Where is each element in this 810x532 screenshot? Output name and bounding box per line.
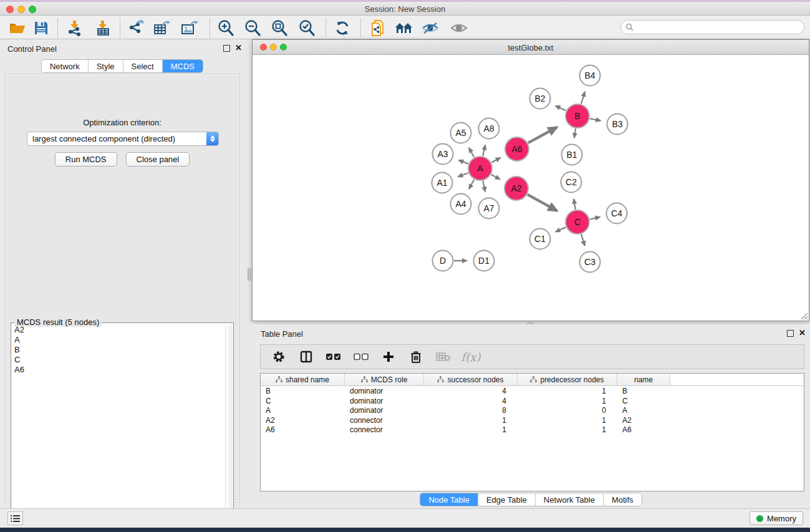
zoom-fit-icon[interactable] xyxy=(269,19,290,37)
table-cell[interactable]: 4 xyxy=(424,396,518,406)
edge-C-C2[interactable] xyxy=(574,199,576,210)
node-B3[interactable]: B3 xyxy=(607,114,628,135)
network-canvas[interactable]: B4B2BB3A8A5A6A3B1AA1C2A2A4A7C4CC1C3DD1 xyxy=(253,55,809,321)
edge-A-A1[interactable] xyxy=(458,173,468,177)
tab-mcds[interactable]: MCDS xyxy=(163,60,203,72)
edge-C-C3[interactable] xyxy=(581,235,585,246)
edge-B-B4[interactable] xyxy=(581,92,585,104)
table-cell[interactable]: C xyxy=(261,396,345,406)
edge-A-A3[interactable] xyxy=(459,160,468,164)
open-session-icon[interactable] xyxy=(7,19,28,37)
deselect-all-checkbox-icon[interactable] xyxy=(352,348,370,365)
table-cell[interactable]: dominator xyxy=(345,405,424,415)
table-cell[interactable]: C xyxy=(617,396,670,406)
column-header-shared-name[interactable]: shared name xyxy=(261,374,345,385)
edge-A-A4[interactable] xyxy=(469,180,474,189)
table-cell[interactable]: A2 xyxy=(617,415,670,425)
column-header-MCDS-role[interactable]: MCDS role xyxy=(345,374,424,385)
table-cell[interactable]: dominator xyxy=(345,386,424,396)
close-panel-icon[interactable]: ✕ xyxy=(235,43,242,52)
desktop-vertical-scrollbar-thumb[interactable] xyxy=(248,268,251,281)
edge-B-B2[interactable] xyxy=(556,106,566,111)
table-cell[interactable]: connector xyxy=(345,425,424,435)
node-C[interactable]: C xyxy=(566,210,589,234)
edge-A6-B[interactable] xyxy=(528,127,557,143)
table-cell[interactable]: 1 xyxy=(518,396,617,406)
mcds-result-item[interactable]: A6 xyxy=(12,365,225,375)
tab-edge-table[interactable]: Edge Table xyxy=(478,493,536,506)
table-cell[interactable]: 1 xyxy=(518,415,617,425)
export-image-icon[interactable] xyxy=(179,19,200,37)
edge-A2-C[interactable] xyxy=(528,195,557,211)
node-C2[interactable]: C2 xyxy=(561,172,582,193)
float-panel-icon[interactable] xyxy=(787,330,794,337)
column-header-predecessor-nodes[interactable]: predecessor nodes xyxy=(518,374,617,385)
node-B[interactable]: B xyxy=(566,104,589,128)
mcds-result-item[interactable]: C xyxy=(12,355,225,365)
tab-network-table[interactable]: Network Table xyxy=(536,493,604,506)
table-row[interactable]: Cdominator41C xyxy=(261,396,804,406)
table-cell[interactable]: A6 xyxy=(617,425,670,435)
table-cell[interactable]: 1 xyxy=(518,386,617,396)
criterion-dropdown[interactable]: largest connected component (directed) xyxy=(27,132,219,146)
memory-button[interactable]: Memory xyxy=(750,511,803,525)
node-A8[interactable]: A8 xyxy=(479,118,499,139)
edge-B-B3[interactable] xyxy=(590,118,600,120)
node-D1[interactable]: D1 xyxy=(474,251,494,271)
table-cell[interactable]: dominator xyxy=(345,396,424,406)
home-icon[interactable] xyxy=(393,19,415,37)
resize-grip[interactable] xyxy=(800,312,808,320)
mcds-result-item[interactable]: B xyxy=(12,345,225,355)
table-cell[interactable]: A xyxy=(617,405,670,415)
node-C3[interactable]: C3 xyxy=(580,252,600,273)
float-panel-icon[interactable] xyxy=(223,45,230,52)
table-row[interactable]: A2connector11A2 xyxy=(261,415,804,425)
table-row[interactable]: Adominator80A xyxy=(261,405,804,415)
table-cell[interactable]: A6 xyxy=(261,425,345,435)
zoom-out-icon[interactable] xyxy=(242,19,263,37)
table-cell[interactable]: A xyxy=(261,405,345,415)
node-B2[interactable]: B2 xyxy=(530,89,551,109)
mcds-result-item[interactable]: A2 xyxy=(12,325,225,335)
node-C4[interactable]: C4 xyxy=(607,203,627,224)
node-A7[interactable]: A7 xyxy=(479,198,499,219)
table-settings-icon[interactable] xyxy=(269,348,288,365)
node-A1[interactable]: A1 xyxy=(432,173,453,193)
search-field[interactable] xyxy=(620,20,804,34)
delete-table-icon[interactable] xyxy=(434,348,453,365)
import-network-icon[interactable] xyxy=(64,19,85,37)
result-scrollbar[interactable] xyxy=(225,325,233,528)
mcds-result-item[interactable]: A xyxy=(12,335,225,345)
task-history-button[interactable] xyxy=(7,511,23,525)
table-row[interactable]: A6connector11A6 xyxy=(261,425,804,435)
node-C1[interactable]: C1 xyxy=(530,229,551,249)
zoom-in-icon[interactable] xyxy=(215,19,236,37)
export-network-icon[interactable] xyxy=(125,19,147,37)
show-panels-icon[interactable] xyxy=(448,19,470,37)
save-session-icon[interactable] xyxy=(31,19,52,37)
hide-panels-icon[interactable] xyxy=(420,19,441,37)
table-cell[interactable]: connector xyxy=(345,415,424,425)
import-table-icon[interactable] xyxy=(92,19,113,37)
edge-B-B1[interactable] xyxy=(574,128,576,138)
edge-A-A5[interactable] xyxy=(469,148,474,157)
column-header-successor-nodes[interactable]: successor nodes xyxy=(424,374,518,385)
node-A6[interactable]: A6 xyxy=(505,137,529,161)
edge-A-A2[interactable] xyxy=(491,175,500,180)
node-D[interactable]: D xyxy=(433,251,453,271)
edge-A-A6[interactable] xyxy=(491,158,500,163)
edge-A-A8[interactable] xyxy=(483,145,485,156)
table-cell[interactable]: B xyxy=(617,386,670,396)
tab-node-table[interactable]: Node Table xyxy=(420,493,478,506)
edge-A-A7[interactable] xyxy=(483,181,485,191)
refresh-layout-icon[interactable] xyxy=(332,19,353,37)
tab-style[interactable]: Style xyxy=(89,60,123,72)
export-table-icon[interactable] xyxy=(152,19,173,37)
node-A[interactable]: A xyxy=(468,157,492,180)
tab-motifs[interactable]: Motifs xyxy=(604,493,642,506)
edge-C-C1[interactable] xyxy=(556,227,566,231)
duplicate-network-icon[interactable] xyxy=(367,19,388,37)
column-header-name[interactable]: name xyxy=(617,374,670,385)
node-A4[interactable]: A4 xyxy=(451,194,471,215)
close-panel-button[interactable]: Close panel xyxy=(126,152,190,167)
